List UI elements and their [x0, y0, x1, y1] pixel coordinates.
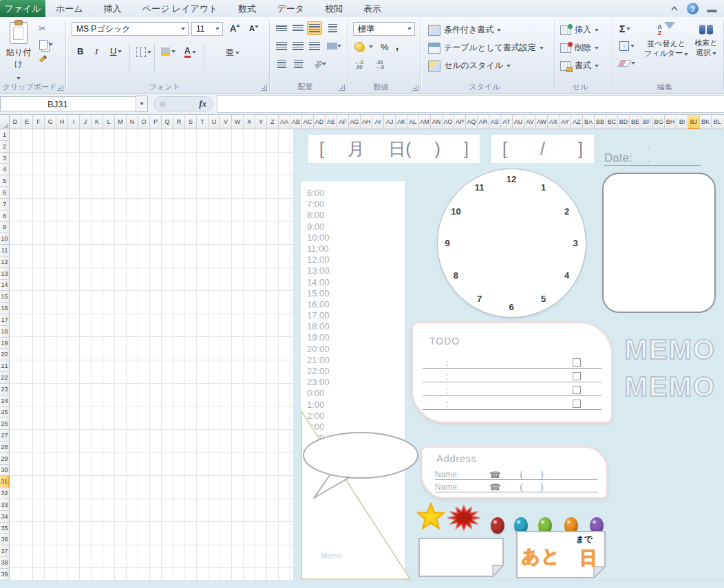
row-header[interactable]: 34	[0, 511, 10, 523]
column-header[interactable]: Q	[162, 115, 173, 129]
row-header[interactable]: 29	[0, 453, 10, 465]
tab-file[interactable]: ファイル	[0, 0, 45, 17]
column-header[interactable]: AG	[349, 115, 361, 129]
column-header[interactable]: BG	[653, 115, 665, 129]
column-header[interactable]: AT	[501, 115, 513, 129]
font-color-button[interactable]: A	[184, 46, 196, 58]
align-center-button[interactable]	[290, 39, 306, 53]
column-header[interactable]: AE	[326, 115, 337, 129]
align-top-button[interactable]	[274, 21, 289, 35]
column-header[interactable]: AZ	[571, 115, 583, 129]
column-header[interactable]: W	[232, 115, 244, 129]
column-header[interactable]: AO	[443, 115, 454, 129]
row-header[interactable]: 11	[0, 245, 10, 257]
todo-checkbox[interactable]	[573, 358, 581, 367]
align-middle-button[interactable]	[290, 21, 306, 35]
column-header[interactable]: H	[56, 115, 68, 129]
autosum-button[interactable]: Σ	[619, 23, 630, 34]
column-header[interactable]: O	[138, 115, 150, 129]
column-header[interactable]: BK	[700, 115, 712, 129]
column-header[interactable]: E	[21, 115, 33, 129]
row-header[interactable]: 12	[0, 257, 10, 268]
wrap-text-button[interactable]: ab	[310, 57, 330, 71]
todo-checkbox[interactable]	[573, 372, 581, 380]
column-header[interactable]: Y	[255, 115, 267, 129]
fill-color-button[interactable]	[161, 47, 175, 56]
row-header[interactable]: 18	[0, 326, 10, 338]
row-header[interactable]: 3	[0, 153, 10, 164]
comma-style-button[interactable]: ,	[396, 40, 398, 52]
format-cells-button[interactable]: 書式	[560, 60, 599, 72]
row-header[interactable]: 39	[0, 569, 10, 580]
number-format-combo[interactable]: 標準	[353, 22, 415, 36]
row-header[interactable]: 26	[0, 418, 10, 430]
ribbon-tab[interactable]: 挿入	[94, 1, 132, 17]
row-header[interactable]: 30	[0, 465, 10, 477]
row-header[interactable]: 21	[0, 360, 10, 372]
column-header[interactable]: AI	[372, 115, 384, 129]
row-header[interactable]: 31	[0, 476, 10, 488]
column-header[interactable]: BE	[630, 115, 641, 129]
row-header[interactable]: 19	[0, 338, 10, 349]
row-header[interactable]: 9	[0, 222, 10, 234]
minimize-icon[interactable]	[707, 10, 717, 12]
delete-cells-button[interactable]: 削除	[560, 42, 599, 54]
row-header[interactable]: 2	[0, 141, 10, 153]
cut-button[interactable]: ✂	[39, 23, 46, 34]
italic-button[interactable]: I	[95, 46, 98, 57]
column-header[interactable]: BL	[712, 115, 723, 129]
copy-button[interactable]	[39, 40, 53, 50]
worksheet-grid[interactable]	[10, 129, 293, 580]
row-header[interactable]: 6	[0, 187, 10, 199]
name-box-dropdown[interactable]	[136, 96, 148, 112]
column-header[interactable]: BD	[618, 115, 630, 129]
column-header[interactable]: F	[33, 115, 45, 129]
increase-decimal-button[interactable]: ←.0 .00	[354, 60, 363, 69]
underline-button[interactable]: U	[110, 46, 122, 56]
ribbon-tab[interactable]: 校閲	[315, 1, 353, 17]
column-header[interactable]: AX	[548, 115, 560, 129]
font-size-combo[interactable]: 11	[191, 22, 223, 36]
todo-checkbox[interactable]	[573, 386, 581, 394]
column-header[interactable]: M	[115, 115, 127, 129]
alignment-dialog-launcher[interactable]	[339, 85, 345, 91]
format-as-table-button[interactable]: テーブルとして書式設定	[428, 42, 544, 54]
formula-input[interactable]	[217, 95, 724, 113]
column-header[interactable]: J	[80, 115, 92, 129]
shrink-font-button[interactable]: A	[249, 24, 255, 32]
fx-icon[interactable]: fx	[199, 98, 206, 109]
column-header[interactable]: AD	[314, 115, 326, 129]
column-header[interactable]: AP	[454, 115, 466, 129]
accounting-format-button[interactable]	[354, 42, 373, 52]
column-header[interactable]: AN	[431, 115, 443, 129]
row-header[interactable]: 1	[0, 129, 10, 141]
column-header[interactable]: AV	[524, 115, 536, 129]
number-dialog-launcher[interactable]	[412, 85, 418, 91]
insert-cells-button[interactable]: 挿入	[560, 24, 599, 36]
column-header[interactable]: BA	[583, 115, 595, 129]
column-header[interactable]: U	[209, 115, 220, 129]
ribbon-tab[interactable]: ホーム	[45, 1, 94, 17]
ribbon-tab[interactable]: 数式	[228, 1, 266, 17]
column-header[interactable]: AH	[361, 115, 372, 129]
column-header[interactable]: AW	[536, 115, 548, 129]
column-header[interactable]: BF	[641, 115, 653, 129]
decrease-indent-button[interactable]	[274, 57, 289, 71]
column-header[interactable]: AM	[419, 115, 431, 129]
column-header[interactable]: X	[244, 115, 255, 129]
column-header[interactable]: L	[103, 115, 115, 129]
column-header[interactable]: S	[185, 115, 197, 129]
row-header[interactable]: 16	[0, 303, 10, 314]
row-header[interactable]: 37	[0, 545, 10, 557]
column-header[interactable]: AL	[407, 115, 419, 129]
row-header[interactable]: 32	[0, 488, 10, 499]
grow-font-button[interactable]: A	[230, 23, 236, 34]
row-header[interactable]: 4	[0, 164, 10, 175]
row-header[interactable]: 35	[0, 523, 10, 534]
column-header[interactable]: V	[220, 115, 232, 129]
column-header[interactable]: AK	[396, 115, 407, 129]
column-header[interactable]: N	[127, 115, 138, 129]
column-header[interactable]: R	[173, 115, 185, 129]
column-header[interactable]: AQ	[466, 115, 478, 129]
row-header[interactable]: 15	[0, 291, 10, 303]
